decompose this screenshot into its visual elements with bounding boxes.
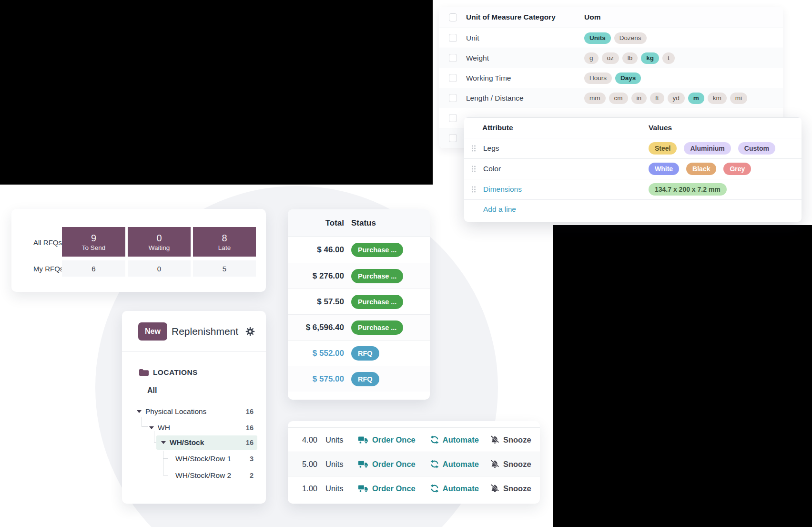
uom-category-cell: Length / Distance: [466, 94, 584, 103]
tree-item-count: 3: [250, 455, 254, 463]
order-once-button[interactable]: Order Once: [358, 484, 416, 493]
select-all-checkbox[interactable]: [449, 13, 457, 21]
order-once-label: Order Once: [372, 435, 416, 444]
order-once-button[interactable]: Order Once: [358, 460, 416, 469]
table-row[interactable]: LegsSteelAluminiumCustom: [464, 138, 802, 159]
row-checkbox[interactable]: [449, 34, 457, 42]
table-row[interactable]: $ 57.50Purchase ...: [288, 289, 430, 314]
row-checkbox[interactable]: [449, 114, 457, 122]
tree-item-physical-locations[interactable]: Physical Locations16: [122, 404, 254, 419]
table-row[interactable]: ColorWhiteBlackGrey: [464, 159, 802, 179]
status-badge: Purchase ...: [351, 320, 403, 335]
uom-badge: cm: [609, 93, 628, 104]
tree-item-label: WH/Stock/Row 1: [175, 455, 231, 463]
my-rfq-cell[interactable]: 5: [193, 260, 256, 277]
total-amount: $ 46.00: [288, 245, 344, 255]
uom-table-header: Unit of Measure Category Uom: [439, 7, 783, 28]
rfq-summary-card: All RFQs My RFQs 9To Send60Waiting08Late…: [11, 209, 266, 292]
drag-handle-icon[interactable]: [471, 165, 476, 173]
uom-badges-cell: gozlbkgt: [584, 52, 675, 64]
tree-item-wh-stock-row-2[interactable]: WH/Stock/Row 22: [122, 468, 254, 483]
status-badge: RFQ: [351, 372, 379, 386]
drag-handle-icon[interactable]: [471, 186, 476, 193]
tree-item-wh-stock-row-1[interactable]: WH/Stock/Row 13: [122, 452, 254, 466]
total-amount: $ 575.00: [288, 374, 344, 384]
bell-slash-icon: [490, 460, 499, 468]
row-checkbox[interactable]: [449, 94, 457, 102]
gear-icon[interactable]: [245, 327, 255, 336]
snooze-label: Snooze: [503, 484, 531, 493]
table-row[interactable]: Working TimeHoursDays: [439, 68, 783, 88]
page-title: Replenishment: [172, 322, 238, 341]
order-once-label: Order Once: [372, 460, 416, 469]
refresh-icon: [430, 460, 439, 468]
attribute-values-cell: WhiteBlackGrey: [649, 163, 755, 175]
automate-button[interactable]: Automate: [430, 460, 479, 469]
tree-item-all[interactable]: All: [147, 386, 157, 395]
value-badge: Black: [686, 163, 716, 175]
table-row[interactable]: UnitUnitsDozens: [439, 28, 783, 48]
automate-label: Automate: [443, 484, 479, 493]
black-region-bottom-right: [553, 225, 812, 527]
attribute-table-card: Attribute Values LegsSteelAluminiumCusto…: [464, 117, 802, 222]
table-row[interactable]: Dimensions134.7 x 200 x 7.2 mm: [464, 179, 802, 200]
quantity-value: 1.00: [288, 484, 317, 493]
replenish-rows: 4.00UnitsOrder OnceAutomateSnooze5.00Uni…: [288, 427, 540, 500]
attribute-values-cell: SteelAluminiumCustom: [649, 142, 779, 155]
value-badge: 134.7 x 200 x 7.2 mm: [649, 183, 727, 196]
snooze-button[interactable]: Snooze: [490, 484, 531, 493]
snooze-button[interactable]: Snooze: [490, 435, 531, 444]
drag-handle-icon[interactable]: [471, 145, 476, 152]
uom-category-header: Unit of Measure Category: [466, 13, 584, 21]
value-badge: Custom: [738, 142, 775, 155]
automate-button[interactable]: Automate: [430, 484, 479, 493]
attribute-name[interactable]: Dimensions: [483, 185, 649, 194]
bell-slash-icon: [490, 435, 499, 444]
rfq-count-label: Late: [218, 244, 231, 251]
attribute-name: Color: [483, 165, 649, 173]
status-table-header: Total Status: [288, 209, 430, 237]
table-row[interactable]: $ 46.00Purchase ...: [288, 237, 430, 263]
tree-item-wh[interactable]: WH16: [122, 421, 254, 435]
row-checkbox[interactable]: [449, 54, 457, 62]
table-row[interactable]: $ 6,596.40Purchase ...: [288, 314, 430, 340]
tree-item-wh-stock[interactable]: WH/Stock16: [156, 435, 257, 450]
row-checkbox[interactable]: [449, 134, 457, 142]
new-button[interactable]: New: [138, 322, 167, 341]
table-row[interactable]: $ 552.00RFQ: [288, 340, 430, 366]
add-a-line-link[interactable]: Add a line: [464, 200, 802, 219]
status-badge: Purchase ...: [351, 243, 403, 257]
table-row[interactable]: Weightgozlbkgt: [439, 48, 783, 68]
attribute-values-cell: 134.7 x 200 x 7.2 mm: [649, 183, 731, 196]
uom-badge: Days: [615, 72, 641, 84]
uom-badge: in: [631, 93, 647, 104]
value-badge: White: [649, 163, 679, 175]
attribute-header: Attribute: [482, 124, 649, 132]
rfq-stat-box[interactable]: 9To Send: [62, 227, 125, 257]
locations-label: LOCATIONS: [153, 368, 198, 377]
table-row[interactable]: Length / Distancemmcminftydmkmmi: [439, 88, 783, 108]
automate-button[interactable]: Automate: [430, 435, 479, 444]
table-row[interactable]: $ 575.00RFQ: [288, 366, 430, 392]
table-row[interactable]: $ 276.00Purchase ...: [288, 263, 430, 289]
uom-badges-cell: HoursDays: [584, 72, 641, 84]
attribute-table-header: Attribute Values: [464, 117, 802, 138]
my-rfq-cell[interactable]: 0: [128, 260, 191, 277]
bell-slash-icon: [490, 484, 499, 493]
quantity-value: 5.00: [288, 460, 317, 469]
rfq-stat-box[interactable]: 0Waiting: [128, 227, 191, 257]
value-badge: Steel: [649, 142, 677, 155]
uom-badge: kg: [641, 52, 659, 64]
truck-icon: [358, 436, 368, 444]
order-once-button[interactable]: Order Once: [358, 435, 416, 444]
replenish-row: 1.00UnitsOrder OnceAutomateSnooze: [288, 476, 540, 500]
uom-category-cell: Working Time: [466, 74, 584, 83]
rfq-stat-box[interactable]: 8Late: [193, 227, 256, 257]
status-table-card: Total Status $ 46.00Purchase ...$ 276.00…: [288, 209, 430, 400]
my-rfq-cell[interactable]: 6: [62, 260, 125, 277]
rfq-count: 9: [91, 233, 96, 243]
snooze-button[interactable]: Snooze: [490, 460, 531, 469]
row-checkbox[interactable]: [449, 74, 457, 82]
tree-item-count: 16: [246, 439, 254, 446]
rfq-count: 0: [156, 233, 162, 243]
